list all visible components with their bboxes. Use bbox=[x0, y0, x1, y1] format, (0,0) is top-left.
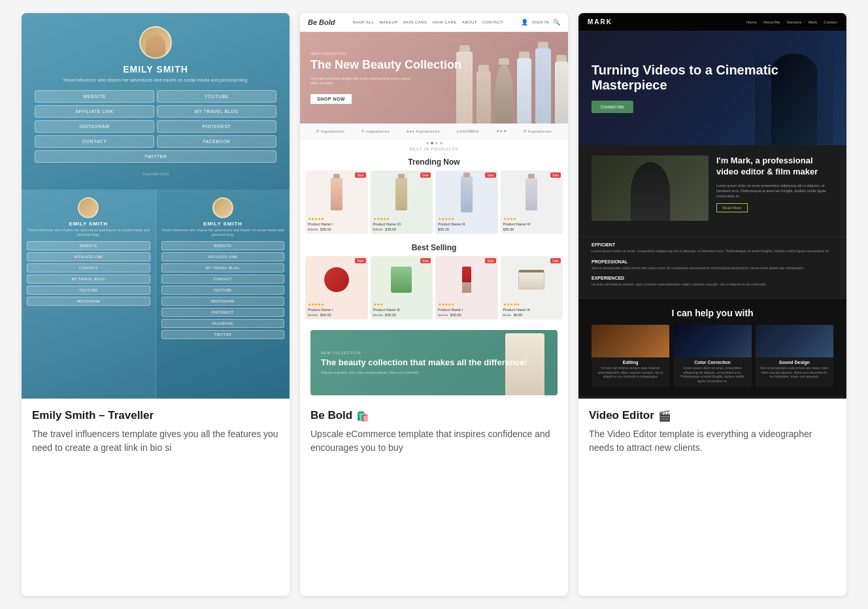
bebold-nav-haircare[interactable]: HAIR CARE bbox=[433, 20, 457, 24]
bebold-prodprice-1: $25.00 $35.00 bbox=[308, 227, 365, 231]
emily-sm-btn-website-r[interactable]: WEBSITE bbox=[161, 241, 285, 250]
bebold-shop-btn[interactable]: SHOP NOW bbox=[310, 94, 352, 104]
bebold-dot-3 bbox=[435, 142, 438, 144]
card-video-title: Video Editor 🎬 bbox=[589, 409, 836, 422]
bebold-signin[interactable]: SIGN IN bbox=[532, 20, 549, 24]
emily-btn-contact[interactable]: CONTACT bbox=[35, 135, 154, 148]
bebold-bottle-img-4 bbox=[526, 178, 537, 210]
bebold-nav-shopall[interactable]: SHOP ALL bbox=[353, 20, 375, 24]
emily-sm-btn-facebook-r[interactable]: FACEBOOK bbox=[161, 319, 285, 328]
bebold-lipstick-3 bbox=[462, 267, 471, 293]
bebold-prodnew-3: $35.00 bbox=[438, 227, 449, 231]
card-emily-preview: EMILY SMITH Travel influencer who shares… bbox=[22, 13, 290, 399]
bebold-bs-sale-1: Sale bbox=[355, 258, 365, 263]
video-read-btn[interactable]: Read More bbox=[716, 203, 748, 212]
card-video-preview: MARK Home About Me Services Work Contact… bbox=[578, 13, 846, 399]
bebold-bs-name-1: Product Name I bbox=[308, 308, 365, 312]
emily-sm-btn-blog-r[interactable]: MY TRAVEL BLOG bbox=[161, 263, 285, 272]
emily-bio: Travel influencer who shares her adventu… bbox=[63, 77, 248, 84]
bebold-bs-old-3: $14.00 bbox=[438, 313, 448, 317]
bebold-dot-1 bbox=[426, 142, 429, 144]
emily-btn-twitter[interactable]: TWITTER bbox=[35, 150, 276, 163]
bebold-nav-skincare[interactable]: SKIN CARE bbox=[403, 20, 427, 24]
video-contact-btn[interactable]: Contact Me bbox=[592, 101, 633, 113]
video-help-color-desc: Lorem ipsum dolor sit amet, consectetur … bbox=[673, 366, 751, 387]
video-skill-professional-title: PROFESSIONAL bbox=[592, 259, 833, 264]
emily-sm-avatar-left bbox=[78, 197, 99, 218]
video-about-desc: Lorem ipsum dolor sit amet consectetur a… bbox=[716, 183, 833, 199]
video-help-sound-desc: Sed ut perspiciatis unde omnis iste natu… bbox=[756, 366, 833, 383]
video-skill-efficient: EFFICIENT Lorem ipsum dolor sit amet, co… bbox=[592, 242, 833, 254]
bebold-bs-2: Sale ★★★ Product Name III $14.00 $30.00 bbox=[371, 256, 433, 320]
emily-btn-pinterest[interactable]: PINTEREST bbox=[157, 120, 276, 133]
video-nav-services[interactable]: Services bbox=[786, 20, 801, 24]
emily-btn-travelblog[interactable]: MY TRAVEL BLOG bbox=[157, 105, 276, 118]
emily-sm-btn-blog[interactable]: MY TRAVEL BLOG bbox=[27, 274, 150, 284]
emily-sm-avatar-right bbox=[212, 197, 233, 218]
bebold-bs-price-3: $14.00 $30.00 bbox=[438, 313, 495, 317]
video-help-sound-label: Sound Design bbox=[756, 357, 833, 366]
bebold-bs-name-2: Product Name III bbox=[373, 308, 431, 312]
emily-btn-instagram[interactable]: INSTAGRAM bbox=[35, 120, 154, 133]
bebold-nav-contact[interactable]: CONTACT bbox=[482, 20, 503, 24]
bebold-bs-price-4: $9.00 $9.85 bbox=[503, 313, 561, 317]
bebold-bs-sale-2: Sale bbox=[420, 258, 431, 263]
bebold-prodname-3: Product Name III bbox=[438, 222, 495, 226]
card-bebold-info: Be Bold 🛍️ Upscale eCommerce template th… bbox=[300, 399, 568, 596]
emily-sm-btn-youtube-r[interactable]: YOUTUBE bbox=[161, 286, 285, 295]
bebold-stars-3: ★★★★★ bbox=[438, 216, 495, 221]
emily-sm-btn-twitter-r[interactable]: TWITTER bbox=[161, 330, 285, 339]
video-title-emoji: 🎬 bbox=[658, 410, 671, 422]
bebold-bottle-4 bbox=[517, 58, 531, 123]
emily-sm-bio-left: Travel influencer who shares her adventu… bbox=[27, 228, 150, 237]
emily-btn-affiliate[interactable]: AFFILIATE LINK bbox=[35, 105, 154, 118]
emily-sm-btn-website[interactable]: WEBSITE bbox=[27, 241, 150, 250]
bebold-bs-img-2 bbox=[373, 260, 431, 299]
bebold-nav-about[interactable]: ABOUT bbox=[462, 20, 477, 24]
emily-btn-facebook[interactable]: FACEBOOK bbox=[157, 135, 276, 148]
bebold-sale-1: Sale bbox=[355, 173, 365, 178]
card-emily-desc: The travel influencers template gives yo… bbox=[32, 427, 279, 455]
bebold-bs-3: Sale ★★★★★ Product Name I $14.00 $30.00 bbox=[435, 256, 498, 320]
bebold-sale-2: Sale bbox=[420, 173, 431, 178]
bebold-brand-3: ●●● logoplaces bbox=[407, 129, 440, 133]
bebold-bs-name-4: Product Name III bbox=[503, 308, 561, 312]
bebold-bs-stars-1: ★★★★★ bbox=[308, 302, 365, 306]
bebold-prodname-1: Product Name I bbox=[308, 222, 365, 226]
video-person-body bbox=[631, 162, 670, 221]
emily-sm-btn-pinterest-r[interactable]: PINTEREST bbox=[161, 308, 285, 317]
bebold-bs-new-3: $30.00 bbox=[450, 313, 461, 317]
card-bebold-preview: Be Bold SHOP ALL MAKEUP SKIN CARE HAIR C… bbox=[300, 13, 568, 399]
emily-sm-btn-contact[interactable]: CONTACT bbox=[27, 263, 150, 272]
bebold-prod-img-2 bbox=[373, 174, 431, 214]
bebold-bs-old-1: $14.00 bbox=[308, 313, 318, 317]
bebold-tub-4 bbox=[518, 270, 544, 289]
bebold-brands: ® logoplaces ® logoplaces ●●● logoplaces… bbox=[300, 123, 568, 139]
video-skill-efficient-title: EFFICIENT bbox=[592, 242, 833, 247]
video-nav-about[interactable]: About Me bbox=[763, 20, 780, 24]
emily-sm-btn-instagram-r[interactable]: INSTAGRAM bbox=[161, 297, 285, 306]
emily-sm-btn-affiliate[interactable]: AFFILIATE LINK bbox=[27, 252, 150, 261]
video-nav-work[interactable]: Work bbox=[808, 20, 817, 24]
emily-btn-website[interactable]: WEBSITE bbox=[35, 90, 154, 103]
bebold-title-emoji: 🛍️ bbox=[356, 410, 369, 422]
emily-sm-btn-contact-r[interactable]: CONTACT bbox=[161, 274, 285, 284]
video-nav-home[interactable]: Home bbox=[746, 20, 757, 24]
bebold-stars-1: ★★★★★ bbox=[308, 216, 365, 221]
video-nav-contact[interactable]: Contact bbox=[824, 20, 837, 24]
emily-sm-btn-instagram[interactable]: INSTAGRAM bbox=[27, 297, 150, 306]
card-video-desc: The Video Editor template is everything … bbox=[589, 427, 836, 455]
bebold-trending-label: BEST IN PRODUCTS bbox=[300, 147, 568, 151]
bebold-prodold-2: $25.00 bbox=[373, 227, 383, 231]
video-hero-title: Turning Videos to a Cinematic Masterpiec… bbox=[592, 63, 833, 93]
bebold-nav-makeup[interactable]: MAKEUP bbox=[380, 20, 398, 24]
emily-sm-btn-affiliate-r[interactable]: AFFILIATE LINK bbox=[161, 252, 285, 261]
bebold-bs-new-1: $30.00 bbox=[320, 313, 331, 317]
video-help-section: I can help you with Editing Ut enim ad m… bbox=[578, 298, 846, 396]
bebold-brand-5: ✦✦✦ bbox=[496, 129, 507, 133]
video-skill-experienced-title: EXPERIENCED bbox=[592, 276, 833, 280]
emily-sm-btn-youtube[interactable]: YOUTUBE bbox=[27, 286, 150, 295]
video-title-text: Video Editor bbox=[589, 409, 654, 422]
bebold-bs-name-3: Product Name I bbox=[438, 308, 495, 312]
emily-btn-youtube[interactable]: YOUTUBE bbox=[157, 90, 276, 103]
